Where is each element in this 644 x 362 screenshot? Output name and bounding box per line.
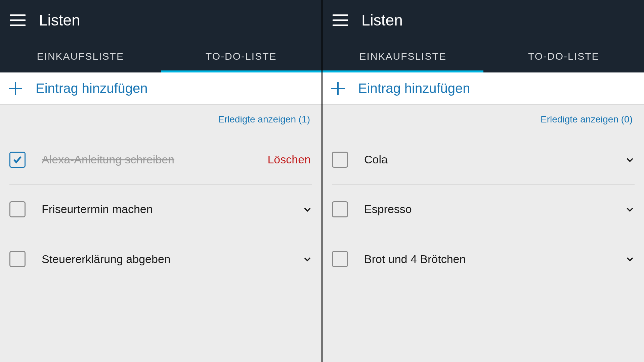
tab-todo-liste[interactable]: TO-DO-LISTE [161, 40, 322, 72]
plus-icon [9, 82, 22, 95]
add-item-button[interactable]: Eintrag hinzufügen [0, 72, 321, 105]
item-list: Cola Espresso Brot und 4 Brötchen [323, 128, 644, 284]
add-item-label: Eintrag hinzufügen [358, 81, 470, 96]
add-item-button[interactable]: Eintrag hinzufügen [323, 72, 644, 105]
show-completed-link[interactable]: Erledigte anzeigen (0) [323, 105, 644, 128]
tabs: EINKAUFSLISTE TO-DO-LISTE [323, 40, 644, 72]
item-text[interactable]: Brot und 4 Brötchen [364, 253, 609, 266]
delete-button[interactable]: Löschen [267, 153, 312, 166]
chevron-down-icon[interactable] [303, 205, 312, 214]
item-text[interactable]: Friseurtermin machen [42, 203, 287, 216]
page-title: Listen [39, 11, 80, 29]
item-list: Alexa-Anleitung schreiben Löschen Friseu… [0, 128, 321, 284]
page-title: Listen [361, 11, 403, 29]
item-checkbox[interactable] [332, 251, 348, 267]
list-item: Friseurtermin machen [9, 185, 312, 234]
menu-icon[interactable] [333, 12, 348, 28]
list-item: Brot und 4 Brötchen [332, 234, 635, 284]
panel-left: Listen EINKAUFSLISTE TO-DO-LISTE Eintrag… [0, 0, 321, 362]
tab-einkaufsliste[interactable]: EINKAUFSLISTE [0, 40, 161, 72]
list-item: Alexa-Anleitung schreiben Löschen [9, 135, 312, 185]
item-text[interactable]: Alexa-Anleitung schreiben [42, 153, 251, 166]
item-checkbox[interactable] [9, 201, 26, 217]
plus-icon [331, 82, 345, 95]
item-checkbox[interactable] [332, 152, 348, 168]
chevron-down-icon[interactable] [625, 254, 635, 264]
add-item-label: Eintrag hinzufügen [36, 81, 148, 96]
tabs: EINKAUFSLISTE TO-DO-LISTE [0, 40, 321, 72]
tab-todo-liste[interactable]: TO-DO-LISTE [483, 40, 644, 72]
header: Listen [323, 0, 644, 40]
chevron-down-icon[interactable] [303, 254, 312, 264]
chevron-down-icon[interactable] [625, 205, 635, 214]
tab-einkaufsliste[interactable]: EINKAUFSLISTE [323, 40, 483, 72]
item-text[interactable]: Cola [364, 153, 609, 166]
item-text[interactable]: Espresso [364, 203, 609, 216]
show-completed-link[interactable]: Erledigte anzeigen (1) [0, 105, 321, 128]
list-item: Espresso [332, 185, 635, 234]
chevron-down-icon[interactable] [625, 155, 635, 164]
header: Listen [0, 0, 321, 40]
split-view: Listen EINKAUFSLISTE TO-DO-LISTE Eintrag… [0, 0, 644, 362]
menu-icon[interactable] [10, 12, 26, 28]
check-icon [12, 155, 23, 165]
item-checkbox[interactable] [9, 152, 26, 168]
item-text[interactable]: Steuererklärung abgeben [42, 253, 287, 266]
list-item: Steuererklärung abgeben [9, 234, 312, 284]
list-item: Cola [332, 135, 635, 185]
panel-right: Listen EINKAUFSLISTE TO-DO-LISTE Eintrag… [321, 0, 644, 362]
item-checkbox[interactable] [9, 251, 26, 267]
item-checkbox[interactable] [332, 201, 348, 217]
